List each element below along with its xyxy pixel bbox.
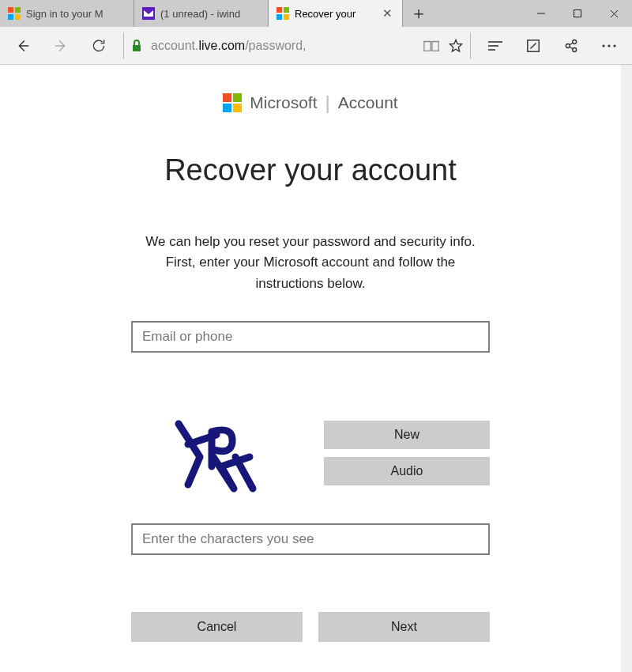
- address-bar[interactable]: account.live.com/password,: [123, 32, 471, 59]
- brand-section: Account: [338, 93, 398, 112]
- tab-title: (1 unread) - iwind: [160, 8, 260, 20]
- address-text: account.live.com/password,: [151, 39, 415, 53]
- svg-point-15: [602, 44, 604, 47]
- page-content: Microsoft | Account Recover your account…: [125, 65, 496, 642]
- ms-logo-icon: [8, 7, 21, 20]
- lock-icon: [130, 39, 143, 53]
- scrollbar-thumb[interactable]: [621, 65, 632, 191]
- svg-point-12: [573, 47, 577, 51]
- refresh-button[interactable]: [81, 28, 117, 64]
- more-button[interactable]: [591, 28, 627, 64]
- svg-rect-5: [133, 45, 141, 51]
- tab-recover[interactable]: Recover your ✕: [269, 0, 403, 27]
- close-icon[interactable]: ✕: [381, 6, 394, 21]
- window-controls: [523, 0, 632, 27]
- captcha-image: [131, 410, 300, 496]
- forward-button[interactable]: [43, 28, 79, 64]
- window-titlebar: Sign in to your M (1 unread) - iwind Rec…: [0, 0, 632, 27]
- svg-rect-2: [574, 10, 581, 17]
- action-row: Cancel Next: [131, 612, 490, 642]
- maximize-button[interactable]: [559, 0, 596, 27]
- brand-header: Microsoft | Account: [131, 92, 490, 114]
- separator: |: [325, 92, 330, 114]
- instructions-text: We can help you reset your password and …: [131, 232, 490, 294]
- page-viewport: Microsoft | Account Recover your account…: [0, 65, 632, 672]
- new-tab-button[interactable]: ＋: [403, 0, 434, 27]
- reading-view-icon[interactable]: [423, 39, 440, 53]
- close-window-button[interactable]: [596, 0, 632, 27]
- mail-icon: [142, 7, 155, 20]
- page-title: Recover your account: [131, 153, 490, 187]
- captcha-audio-button[interactable]: Audio: [324, 457, 490, 485]
- hub-button[interactable]: [477, 28, 514, 64]
- tab-title: Sign in to your M: [26, 8, 126, 20]
- captcha-new-button[interactable]: New: [324, 421, 490, 449]
- favorite-icon[interactable]: [448, 38, 464, 54]
- back-button[interactable]: [5, 28, 41, 64]
- brand-name: Microsoft: [250, 93, 317, 112]
- svg-point-16: [608, 44, 610, 47]
- tab-title: Recover your: [295, 8, 375, 20]
- next-button[interactable]: Next: [318, 612, 490, 642]
- svg-point-11: [573, 40, 577, 43]
- cancel-button[interactable]: Cancel: [131, 612, 303, 642]
- tab-signin[interactable]: Sign in to your M: [0, 0, 134, 27]
- svg-line-13: [570, 43, 573, 45]
- svg-point-17: [613, 44, 615, 47]
- svg-point-10: [566, 43, 570, 47]
- browser-toolbar: account.live.com/password,: [0, 27, 632, 65]
- captcha-section: New Audio: [131, 410, 490, 496]
- ms-logo-icon: [276, 7, 289, 20]
- email-field[interactable]: [131, 321, 490, 353]
- tab-strip: Sign in to your M (1 unread) - iwind Rec…: [0, 0, 403, 27]
- minimize-button[interactable]: [523, 0, 559, 27]
- ms-logo-icon: [223, 93, 242, 112]
- tab-mail[interactable]: (1 unread) - iwind: [134, 0, 269, 27]
- share-button[interactable]: [553, 28, 589, 64]
- captcha-input[interactable]: [131, 523, 490, 555]
- webnote-button[interactable]: [515, 28, 551, 64]
- svg-line-14: [570, 47, 573, 49]
